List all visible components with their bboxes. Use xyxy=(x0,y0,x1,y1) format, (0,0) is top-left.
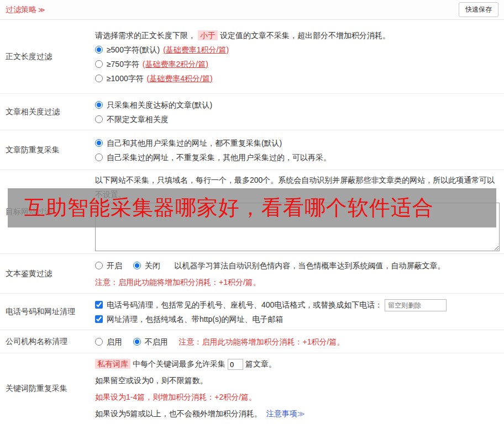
option-label: 自己和其他用户采集过的网址，都不重复采集(默认) xyxy=(107,139,282,147)
length-option-row-500: ≥500字符(默认) (基础费率1积分/篇) xyxy=(95,43,500,57)
porn-filter-description: 以机器学习算法自动识别色情内容，当色情概率达到系统阈值，自动屏蔽文章。 xyxy=(175,261,445,270)
option-label: 不启用 xyxy=(145,337,168,346)
dedup-option-self[interactable]: 自己采集过的网址，不重复采集，其他用户采集过的，可以再采。 xyxy=(95,153,331,162)
porn-filter-content: 开启 关闭 以机器学习算法自动识别色情内容，当色情概率达到系统阈值，自动屏蔽文章… xyxy=(95,255,504,293)
company-clean-enable-radio[interactable] xyxy=(95,338,103,346)
relevance-option-any-radio[interactable] xyxy=(95,115,103,123)
length-filter-label: 正文长度过滤 xyxy=(0,52,95,62)
row-dedup-filter: 文章防重复采集 自己和其他用户采集过的网址，都不重复采集(默认) 自己采集过的网… xyxy=(0,130,504,170)
keyword-max-count-input[interactable] xyxy=(228,359,243,370)
phone-clean-checkbox[interactable] xyxy=(95,301,103,309)
dedup-filter-label: 文章防重复采集 xyxy=(0,145,95,155)
relevance-option-strict[interactable]: 只采集相关度达标的文章(默认) xyxy=(95,100,212,109)
quick-save-button[interactable]: 快速保存 xyxy=(459,2,498,17)
row-phone-url-clean: 电话号码和网址清理 电话号码清理，包括常见的手机号、座机号、400电话格式，或替… xyxy=(0,294,504,330)
porn-filter-note: 注意：启用此功能将增加积分消耗：+1积分/篇。 xyxy=(95,275,500,289)
row-target-site-filter: 目标网站过滤 以下网站不采集，只填域名，每行一个，最多200个。系统会自动识别并… xyxy=(0,170,504,254)
dedup-option-global[interactable]: 自己和其他用户采集过的网址，都不重复采集(默认) xyxy=(95,139,282,147)
collapse-chevron-icon: ≫ xyxy=(38,6,45,14)
keyword-dedup-label: 关键词防重复采集 xyxy=(0,384,95,394)
porn-option-off[interactable]: 关闭 xyxy=(133,261,162,270)
length-filter-intro: 请选择需求的正文长度下限，小于设定值的文章不采集，超出部分不增加积分消耗。 xyxy=(95,28,500,43)
company-clean-disable-radio[interactable] xyxy=(133,338,141,346)
relevance-option-any[interactable]: 不限定文章相关度 xyxy=(95,115,169,124)
keyword-dedup-line2: 如果留空或设为0，则不限篇数。 xyxy=(95,372,500,389)
page-title-text: 过滤策略 xyxy=(6,5,36,14)
intro-text-after: 设定值的文章不采集，超出部分不增加积分消耗。 xyxy=(220,31,390,40)
highlight-less-than: 小于 xyxy=(198,30,218,40)
row-relevance-filter: 文章相关度过滤 只采集相关度达标的文章(默认) 不限定文章相关度 xyxy=(0,94,504,130)
porn-option-on-radio[interactable] xyxy=(95,262,103,269)
keyword-dedup-content: 私有词库中每个关键词最多允许采集篇文章。 如果留空或设为0，则不限篇数。 如果设… xyxy=(95,352,504,424)
option-label: 只采集相关度达标的文章(默认) xyxy=(107,100,212,109)
company-clean-label: 公司机构名称清理 xyxy=(0,337,95,347)
keyword-dedup-line4: 如果设为5篇或以上，也不会额外增加积分消耗。注意事项≫ xyxy=(95,405,500,422)
phone-clean-option[interactable]: 电话号码清理，包括常见的手机号、座机号、400电话格式，或替换成如下电话： xyxy=(95,300,385,309)
option-cost: (基础费率1积分/篇) xyxy=(163,45,229,54)
company-clean-enable[interactable]: 启用 xyxy=(95,337,124,346)
line1-end: 篇文章。 xyxy=(245,359,276,368)
option-label: 不限定文章相关度 xyxy=(107,115,169,124)
company-clean-disable[interactable]: 不启用 xyxy=(133,337,170,346)
option-label: 网址清理，包括纯域名、带http(s)的网址、电子邮箱 xyxy=(107,315,284,324)
option-label: ≥1000字符 xyxy=(107,74,146,83)
relevance-filter-content: 只采集相关度达标的文章(默认) 不限定文章相关度 xyxy=(95,94,504,130)
intro-text-before: 请选择需求的正文长度下限， xyxy=(95,31,196,40)
watermark-text: 互助智能采集器哪家好，看看哪个软件适合 xyxy=(24,194,434,222)
row-keyword-dedup: 关键词防重复采集 私有词库中每个关键词最多允许采集篇文章。 如果留空或设为0，则… xyxy=(0,353,504,424)
company-clean-note: 注意：启用此功能将增加积分消耗：+1积分/篇。 xyxy=(179,337,345,346)
row-length-filter: 正文长度过滤 请选择需求的正文长度下限，小于设定值的文章不采集，超出部分不增加积… xyxy=(0,20,504,94)
length-filter-content: 请选择需求的正文长度下限，小于设定值的文章不采集，超出部分不增加积分消耗。 ≥5… xyxy=(95,25,504,89)
page-title[interactable]: 过滤策略≫ xyxy=(6,5,45,15)
phone-url-clean-label: 电话号码和网址清理 xyxy=(0,307,95,317)
option-label: ≥500字符(默认) xyxy=(107,45,162,54)
company-clean-content: 启用 不启用 注意：启用此功能将增加积分消耗：+1积分/篇。 xyxy=(95,331,504,352)
watermark-overlay: 互助智能采集器哪家好，看看哪个软件适合 xyxy=(8,188,496,227)
length-option-500-radio[interactable] xyxy=(95,46,103,54)
relevance-option-strict-radio[interactable] xyxy=(95,101,103,109)
option-label: ≥750字符 xyxy=(107,60,141,68)
keyword-dedup-line3: 如果设为1-4篇，则增加积分消耗：+2积分/篇。 xyxy=(95,389,500,405)
dedup-filter-content: 自己和其他用户采集过的网址，都不重复采集(默认) 自己采集过的网址，不重复采集，… xyxy=(95,132,504,168)
header: 过滤策略≫ 快速保存 xyxy=(0,0,504,20)
length-option-1000[interactable]: ≥1000字符 (基础费率4积分/篇) xyxy=(95,74,213,83)
length-option-1000-radio[interactable] xyxy=(95,75,103,82)
option-label: 开启 xyxy=(107,261,122,270)
highlight-private-lexicon: 私有词库 xyxy=(95,359,130,369)
row-company-clean: 公司机构名称清理 启用 不启用 注意：启用此功能将增加积分消耗：+1积分/篇。 xyxy=(0,330,504,353)
porn-option-off-radio[interactable] xyxy=(133,262,141,269)
length-option-750-radio[interactable] xyxy=(95,60,103,68)
option-cost: (基础费率2积分/篇) xyxy=(143,60,208,68)
phone-replacement-input[interactable] xyxy=(385,299,447,311)
option-label: 启用 xyxy=(107,337,122,346)
phone-url-clean-content: 电话号码清理，包括常见的手机号、座机号、400电话格式，或替换成如下电话： 网址… xyxy=(95,294,504,330)
relevance-filter-label: 文章相关度过滤 xyxy=(0,107,95,117)
url-clean-option[interactable]: 网址清理，包括纯域名、带http(s)的网址、电子邮箱 xyxy=(95,315,284,324)
option-label: 电话号码清理，包括常见的手机号、座机号、400电话格式，或替换成如下电话： xyxy=(107,300,382,309)
line4-text: 如果设为5篇或以上，也不会额外增加积分消耗。 xyxy=(95,409,262,418)
url-clean-checkbox[interactable] xyxy=(95,315,103,323)
option-cost: (基础费率4积分/篇) xyxy=(147,74,213,83)
length-option-750[interactable]: ≥750字符 (基础费率2积分/篇) xyxy=(95,60,208,68)
line1-text: 中每个关键词最多允许采集 xyxy=(133,359,225,368)
notes-link[interactable]: 注意事项≫ xyxy=(266,409,305,418)
option-label: 关闭 xyxy=(145,261,160,270)
dedup-option-global-radio[interactable] xyxy=(95,139,103,147)
row-porn-filter: 文本鉴黄过滤 开启 关闭 以机器学习算法自动识别色情内容，当色情概率达到系统阈值… xyxy=(0,254,504,294)
keyword-dedup-line1: 私有词库中每个关键词最多允许采集篇文章。 xyxy=(95,356,500,372)
option-label: 自己采集过的网址，不重复采集，其他用户采集过的，可以再采。 xyxy=(107,153,331,162)
length-option-500[interactable]: ≥500字符(默认) (基础费率1积分/篇) xyxy=(95,45,229,54)
length-option-row-750: ≥750字符 (基础费率2积分/篇) xyxy=(95,57,500,71)
length-option-row-1000: ≥1000字符 (基础费率4积分/篇) xyxy=(95,71,500,86)
porn-filter-label: 文本鉴黄过滤 xyxy=(0,269,95,279)
porn-option-on[interactable]: 开启 xyxy=(95,261,124,270)
dedup-option-self-radio[interactable] xyxy=(95,153,103,161)
